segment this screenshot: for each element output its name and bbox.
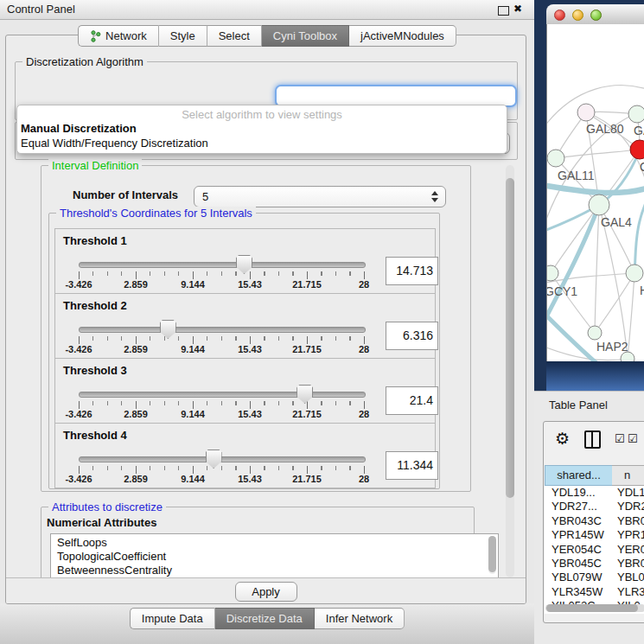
list-scrollbar[interactable] <box>488 536 496 574</box>
slider-tick-label: 28 <box>359 279 369 290</box>
float-window-icon[interactable] <box>498 6 509 16</box>
table-row[interactable]: YER054CYER0 <box>545 543 644 557</box>
cell-name[interactable]: YDR2 <box>617 500 644 513</box>
numerical-attributes-list[interactable]: SelfLoopsTopologicalCoefficientBetweenne… <box>50 533 499 578</box>
tab-cyni-toolbox[interactable]: Cyni Toolbox <box>262 25 349 47</box>
table-hscrollbar-thumb[interactable] <box>546 604 638 612</box>
tab-discretize-data[interactable]: Discretize Data <box>215 608 315 629</box>
thresholds-coordinates-label: Threshold's Coordinates for 5 Intervals <box>56 207 256 220</box>
settings-scrollbar-thumb[interactable] <box>506 178 514 498</box>
network-node[interactable] <box>621 352 634 361</box>
slider-tick-label: 21.715 <box>292 409 322 419</box>
apply-button[interactable]: Apply <box>235 582 297 602</box>
column-header-shared-name[interactable]: shared... <box>545 465 613 486</box>
zoom-traffic-light[interactable] <box>590 10 602 21</box>
cell-name[interactable]: YPR1 <box>617 528 644 542</box>
cell-shared-name[interactable]: YPR145W <box>552 528 604 542</box>
attribute-item[interactable]: SelfLoops <box>57 536 107 550</box>
columns-icon[interactable] <box>584 430 601 449</box>
cell-name[interactable]: YBR0 <box>617 514 644 528</box>
threshold-value-field[interactable]: 14.713 <box>386 257 438 285</box>
network-node-label: H <box>640 284 644 297</box>
gear-icon[interactable]: ⚙ <box>555 429 570 448</box>
network-node-label: C <box>640 160 644 174</box>
threshold-value-field[interactable]: 21.4 <box>386 386 438 415</box>
close-icon[interactable]: ✖ <box>513 3 522 15</box>
cell-shared-name[interactable]: YBL079W <box>552 571 603 584</box>
table-row[interactable]: YBL079WYBL0 <box>545 571 644 584</box>
number-of-intervals-combobox[interactable]: 5 <box>194 186 446 207</box>
checkbox-icon[interactable]: ☑ <box>628 432 638 445</box>
table-panel-body: ⚙ ☑ ☑ shared... n YDL19...YDL1YDR27...YD… <box>543 421 644 623</box>
algorithm-popup-placeholder: Select algorithm to view settings <box>17 108 507 121</box>
cell-name[interactable]: YBL0 <box>617 571 644 584</box>
network-graph: GAL80GACGAL11GAL4GCY1HHAP2 <box>547 24 644 361</box>
slider-tick-label: -3.426 <box>65 344 92 354</box>
slider-tick-label: -3.426 <box>65 279 92 290</box>
table-row[interactable]: YDL19...YDL1 <box>545 486 644 500</box>
tab-network[interactable]: Network <box>78 25 159 47</box>
algorithm-popup: Select algorithm to view settings Manual… <box>16 105 507 154</box>
threshold-slider-track[interactable] <box>79 327 366 333</box>
checkbox-icon[interactable]: ☑ <box>615 432 625 445</box>
tab-jactivemnodules[interactable]: jActiveMNodules <box>349 25 456 47</box>
algorithm-option-equal-width[interactable]: Equal Width/Frequency Discretization <box>21 137 208 150</box>
combo-arrows-icon <box>430 189 438 204</box>
column-header-name[interactable]: n <box>612 465 644 486</box>
network-node-label: HAP2 <box>596 340 628 354</box>
minimize-traffic-light[interactable] <box>572 10 583 21</box>
cell-shared-name[interactable]: YBR045C <box>552 557 602 571</box>
network-node[interactable] <box>547 150 564 167</box>
close-traffic-light[interactable] <box>554 10 565 21</box>
table-row[interactable]: YLR345WYLR3 <box>545 585 644 599</box>
tab-infer-network[interactable]: Infer Network <box>315 608 405 629</box>
number-of-intervals-value: 5 <box>202 187 208 207</box>
attribute-item[interactable]: BetweennessCentrality <box>57 564 172 577</box>
cell-shared-name[interactable]: YDL19... <box>552 486 596 500</box>
table-row[interactable]: YBR043CYBR0 <box>545 514 644 528</box>
slider-tick-label: 9.144 <box>181 409 205 419</box>
network-canvas[interactable]: GAL80GACGAL11GAL4GCY1HHAP2 <box>546 24 644 361</box>
slider-tick-label: 2.859 <box>124 279 148 290</box>
cell-shared-name[interactable]: YDR27... <box>552 500 597 513</box>
cell-name[interactable]: YLR3 <box>617 585 644 599</box>
attribute-item[interactable]: TopologicalCoefficient <box>57 550 166 564</box>
tab-select[interactable]: Select <box>207 25 262 47</box>
network-node[interactable] <box>626 265 643 282</box>
cell-name[interactable]: YDL1 <box>617 486 644 500</box>
network-node-label: GAL4 <box>601 215 632 229</box>
tab-impute-data[interactable]: Impute Data <box>130 608 215 629</box>
settings-scrollbar[interactable] <box>506 165 514 577</box>
control-panel-titlebar: Control Panel ✖ <box>0 0 534 20</box>
table-panel-title: Table Panel <box>549 399 608 411</box>
table-row[interactable]: YBR045CYBR0 <box>545 557 644 571</box>
slider-tick-label: 21.715 <box>292 344 322 354</box>
network-node[interactable] <box>547 265 558 281</box>
cell-shared-name[interactable]: YBR043C <box>552 514 602 528</box>
slider-tick-label: 28 <box>359 409 369 419</box>
list-scrollbar-thumb[interactable] <box>488 536 496 572</box>
cell-name[interactable]: YBR0 <box>617 557 644 571</box>
network-node[interactable] <box>588 326 602 340</box>
network-node[interactable] <box>628 105 644 123</box>
threshold-value-field[interactable]: 6.316 <box>386 322 438 350</box>
network-node[interactable] <box>589 194 609 215</box>
threshold-label: Threshold 1 <box>63 234 127 247</box>
threshold-value-field[interactable]: 11.344 <box>386 451 438 480</box>
slider-tick-label: 15.43 <box>238 474 262 484</box>
algorithm-option-manual[interactable]: Manual Discretization <box>21 122 137 135</box>
cell-shared-name[interactable]: YER054C <box>552 543 602 557</box>
slider-tick-label: 28 <box>359 474 369 484</box>
threshold-slider-track[interactable] <box>79 262 366 268</box>
table-horizontal-scrollbar[interactable] <box>545 604 644 612</box>
network-node[interactable] <box>577 104 595 121</box>
table-panel: Table Panel ⚙ ☑ ☑ shared... n YDL19...YD… <box>534 391 644 644</box>
threshold-slider-track[interactable] <box>79 392 366 398</box>
threshold-slider-track[interactable] <box>79 456 366 462</box>
tab-style[interactable]: Style <box>159 25 207 47</box>
table-row[interactable]: YPR145WYPR1 <box>545 528 644 542</box>
cell-shared-name[interactable]: YLR345W <box>552 585 603 599</box>
table-row[interactable]: YDR27...YDR2 <box>545 500 644 513</box>
cell-name[interactable]: YER0 <box>617 543 644 557</box>
network-node[interactable] <box>630 140 644 159</box>
